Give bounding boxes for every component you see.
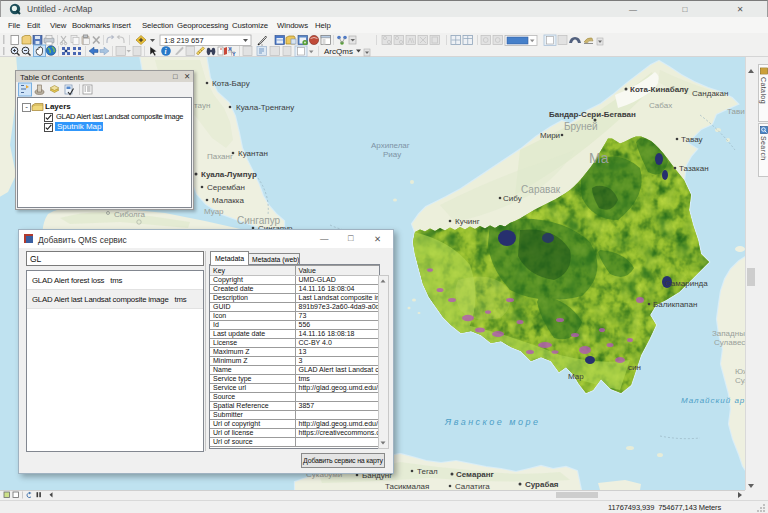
svg-text:таун: таун [194, 101, 210, 110]
svg-text:Кота-Кинабалу: Кота-Кинабалу [630, 85, 689, 94]
svg-text:Сурабая: Сурабая [525, 480, 559, 489]
svg-text:Семаранг: Семаранг [456, 470, 495, 479]
svg-text:ArcQms: ArcQms [324, 47, 353, 56]
svg-text:Сул: Сул [735, 376, 745, 385]
svg-text:Куала-Тренгану: Куала-Тренгану [236, 103, 294, 112]
svg-text:Сиболга: Сиболга [114, 210, 146, 219]
svg-text:Бруней: Бруней [564, 121, 598, 132]
svg-text:Мири: Мири [540, 131, 560, 140]
svg-text:Серембан: Серембан [207, 183, 245, 192]
svg-text:Тасикмалая: Тасикмалая [385, 482, 429, 490]
svg-text:Юж: Юж [735, 367, 745, 376]
svg-text:Сулавеси: Сулавеси [714, 338, 745, 347]
svg-text:Куала-Лумпур: Куала-Лумпур [201, 170, 257, 179]
svg-text:Малакка: Малакка [212, 196, 244, 205]
svg-text:Кучинг: Кучинг [455, 217, 480, 226]
svg-text:Паханг: Паханг [207, 152, 233, 161]
svg-text:Сибу: Сибу [503, 194, 522, 203]
svg-text:Риау: Риау [383, 150, 401, 159]
svg-text:Сингапур: Сингапур [237, 215, 281, 226]
svg-text:Бандар-Сери-Бегаван: Бандар-Сери-Бегаван [549, 110, 636, 119]
svg-text:Куантан: Куантан [238, 149, 268, 158]
svg-text:Тегал: Тегал [417, 467, 438, 476]
svg-text:Сандакан: Сандакан [692, 89, 728, 98]
svg-text:Y: Y [232, 51, 236, 57]
svg-text:Архипелаг: Архипелаг [371, 141, 410, 150]
svg-text:Баликпапан: Баликпапан [653, 300, 697, 309]
svg-text:Кота-Бару: Кота-Бару [212, 79, 250, 88]
svg-text:син: син [628, 363, 641, 372]
svg-text:Ма: Ма [589, 150, 609, 166]
svg-text:Мар: Мар [568, 372, 584, 381]
svg-text:Тави: Тави [727, 107, 745, 116]
svg-text:Сабах: Сабах [649, 101, 672, 110]
svg-text:1:8 219 657: 1:8 219 657 [164, 36, 204, 45]
svg-text:Муар: Муар [204, 207, 224, 216]
svg-text:Западный: Западный [712, 329, 745, 338]
svg-text:Самаринда: Самаринда [665, 279, 708, 288]
svg-text:Салатига: Салатига [455, 482, 490, 490]
svg-text:Саравак: Саравак [521, 184, 561, 195]
svg-text:Тавау: Тавау [681, 135, 703, 144]
svg-text:Малайский арх: Малайский арх [681, 396, 745, 405]
svg-text:Тазакан: Тазакан [679, 164, 709, 173]
svg-text:Яванское море: Яванское море [444, 417, 541, 427]
